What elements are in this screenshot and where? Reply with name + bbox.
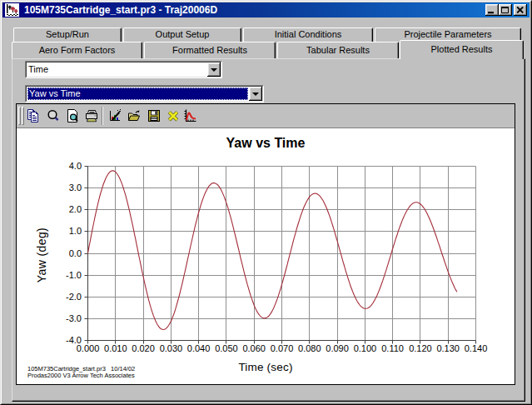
svg-text:0.060: 0.060 xyxy=(242,343,266,353)
svg-text:3.0: 3.0 xyxy=(69,182,82,192)
svg-text:0.010: 0.010 xyxy=(104,343,127,353)
svg-text:0.110: 0.110 xyxy=(381,343,404,353)
svg-text:2.0: 2.0 xyxy=(69,204,82,214)
svg-text:0.130: 0.130 xyxy=(436,343,460,353)
svg-text:0.0: 0.0 xyxy=(69,248,82,258)
svg-text:0.050: 0.050 xyxy=(215,343,238,353)
svg-text:0.100: 0.100 xyxy=(354,343,377,353)
svg-text:4.0: 4.0 xyxy=(69,161,82,171)
svg-text:-3.0: -3.0 xyxy=(66,313,82,323)
svg-text:-1.0: -1.0 xyxy=(66,270,82,280)
svg-text:0.120: 0.120 xyxy=(409,343,432,353)
svg-text:0.140: 0.140 xyxy=(465,343,488,353)
svg-text:0.030: 0.030 xyxy=(160,343,183,353)
svg-text:0.020: 0.020 xyxy=(132,343,155,353)
svg-text:0.090: 0.090 xyxy=(326,343,349,353)
svg-text:-2.0: -2.0 xyxy=(66,292,82,302)
svg-text:1.0: 1.0 xyxy=(69,226,82,236)
svg-text:0.040: 0.040 xyxy=(187,343,211,353)
svg-text:0.070: 0.070 xyxy=(271,343,294,353)
svg-text:0.000: 0.000 xyxy=(77,343,100,353)
svg-text:0.080: 0.080 xyxy=(298,343,321,353)
